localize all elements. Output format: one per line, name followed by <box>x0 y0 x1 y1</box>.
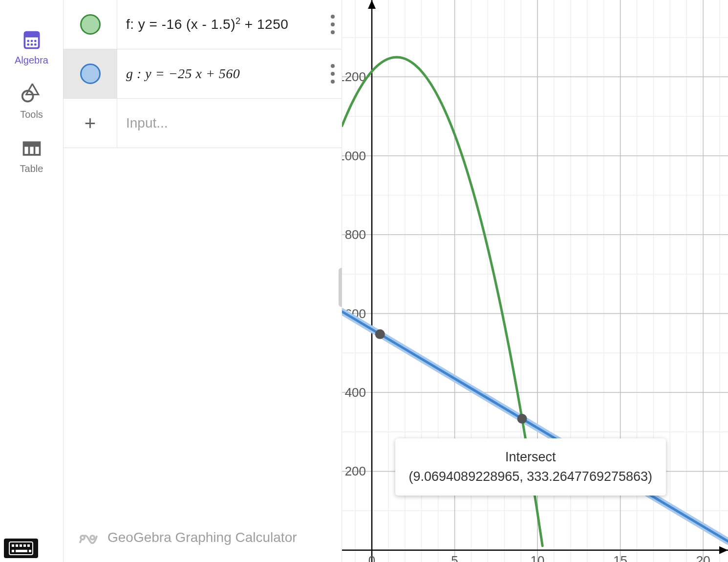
graph-view[interactable]: 0510152020040060080010001200 Intersect (… <box>342 0 728 562</box>
svg-point-7 <box>34 43 36 46</box>
visibility-toggle-f[interactable] <box>64 0 117 49</box>
svg-text:800: 800 <box>345 227 366 242</box>
svg-text:400: 400 <box>345 385 366 400</box>
expression-f[interactable]: f: y = -16 (x - 1.5)2 + 1250 <box>117 16 324 32</box>
nav-algebra[interactable]: Algebra <box>15 29 48 66</box>
calculator-icon <box>21 29 43 51</box>
svg-rect-87 <box>20 544 22 547</box>
brand-footer: GeoGebra Graphing Calculator <box>77 527 297 548</box>
svg-rect-92 <box>29 550 31 552</box>
intersect-tooltip: Intersect (9.0694089228965, 333.26477692… <box>395 438 666 496</box>
svg-rect-91 <box>16 550 27 552</box>
table-icon <box>21 138 43 159</box>
add-expression-button[interactable]: + <box>64 99 117 148</box>
expression-g[interactable]: g : y = −25 x + 560 <box>117 66 324 82</box>
svg-point-5 <box>27 43 29 46</box>
svg-point-17 <box>331 72 335 76</box>
svg-rect-89 <box>27 544 30 547</box>
nav-table-label: Table <box>20 163 43 174</box>
nav-tools[interactable]: Tools <box>20 84 43 120</box>
svg-point-6 <box>30 43 33 46</box>
graph-icon <box>77 527 99 548</box>
expression-row-input[interactable]: + <box>64 99 342 148</box>
expression-row-f[interactable]: f: y = -16 (x - 1.5)2 + 1250 <box>64 0 342 49</box>
svg-rect-85 <box>12 544 14 547</box>
tooltip-coords: (9.0694089228965, 333.2647769275863) <box>409 467 652 487</box>
svg-rect-88 <box>23 544 26 547</box>
color-dot-g <box>80 64 101 84</box>
keyboard-button[interactable] <box>4 539 38 558</box>
svg-point-19 <box>81 536 85 540</box>
row-menu-g[interactable] <box>324 64 342 84</box>
nav-table[interactable]: Table <box>20 138 43 174</box>
shapes-icon <box>21 84 42 105</box>
svg-point-15 <box>331 30 335 34</box>
svg-point-14 <box>331 22 335 26</box>
svg-rect-90 <box>12 550 14 552</box>
color-dot-f <box>80 14 101 35</box>
svg-point-2 <box>27 40 29 42</box>
plus-icon: + <box>85 112 96 134</box>
tooltip-title: Intersect <box>409 447 652 467</box>
visibility-toggle-g[interactable] <box>64 49 117 98</box>
svg-text:5: 5 <box>451 553 458 562</box>
svg-text:20: 20 <box>696 553 710 562</box>
svg-text:10: 10 <box>531 553 545 562</box>
expression-row-g[interactable]: g : y = −25 x + 560 <box>64 49 342 99</box>
nav-algebra-label: Algebra <box>15 55 48 66</box>
svg-text:1000: 1000 <box>342 149 366 163</box>
svg-rect-84 <box>9 542 33 555</box>
svg-point-3 <box>30 40 33 42</box>
svg-rect-86 <box>16 544 18 547</box>
svg-point-4 <box>34 40 36 42</box>
side-nav: Algebra Tools Table <box>0 0 64 562</box>
svg-rect-10 <box>23 142 40 147</box>
kebab-icon <box>331 64 335 84</box>
svg-text:200: 200 <box>345 464 366 478</box>
svg-text:0: 0 <box>368 553 375 562</box>
keyboard-icon <box>9 541 33 555</box>
svg-point-16 <box>331 64 335 68</box>
svg-rect-1 <box>24 32 39 38</box>
kebab-icon <box>331 15 335 34</box>
svg-point-13 <box>331 15 335 19</box>
brand-label: GeoGebra Graphing Calculator <box>107 530 297 545</box>
svg-point-18 <box>331 80 335 84</box>
nav-tools-label: Tools <box>20 109 43 120</box>
algebra-panel: f: y = -16 (x - 1.5)2 + 1250 g : y = −25… <box>64 0 342 562</box>
svg-text:15: 15 <box>613 553 627 562</box>
expression-input[interactable] <box>117 108 342 138</box>
svg-point-20 <box>90 536 94 540</box>
svg-point-83 <box>517 414 527 424</box>
row-menu-f[interactable] <box>324 15 342 34</box>
svg-point-82 <box>375 329 385 339</box>
